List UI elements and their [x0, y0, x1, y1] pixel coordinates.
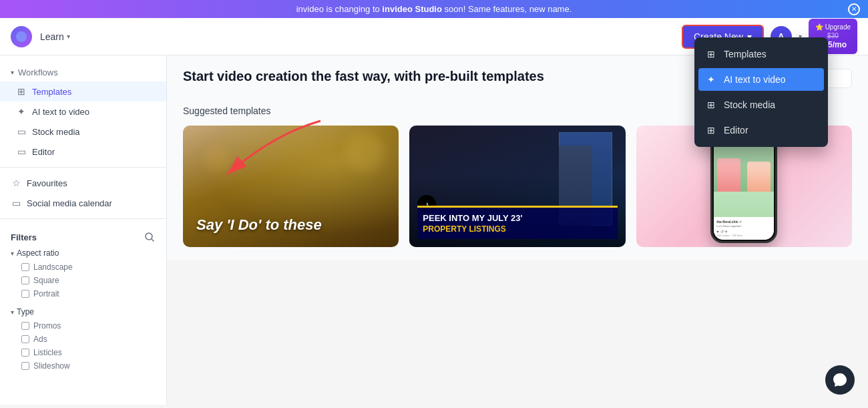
media-icon: ⊞ [705, 99, 717, 111]
chevron-down-icon: ▾ [67, 33, 70, 40]
dropdown-item-stock-media[interactable]: ⊞ Stock media [694, 92, 828, 118]
sidebar-item-social-calendar[interactable]: ▭ Social media calendar [0, 193, 166, 213]
filter-square[interactable]: Square [11, 274, 156, 287]
banner-close-icon[interactable]: ✕ [848, 3, 860, 15]
page-title: Start video creation the fast way, with … [183, 69, 544, 84]
ads-checkbox[interactable] [21, 335, 29, 343]
aspect-ratio-filter: ▾ Aspect ratio Landscape Square Portrait [11, 248, 156, 300]
filter-promos[interactable]: Promos [11, 319, 156, 333]
type-header[interactable]: ▾ Type [11, 307, 156, 317]
sidebar-item-ai-text[interactable]: ✦ AI text to video [0, 101, 166, 122]
filter-listicles[interactable]: Listicles [11, 346, 156, 359]
filter-portrait[interactable]: Portrait [11, 287, 156, 300]
sidebar-item-favourites[interactable]: ☆ Favourites [0, 173, 166, 193]
svg-line-2 [152, 239, 154, 241]
property-text-line2: PROPERTY LISTINGS [423, 224, 612, 234]
sidebar-item-stock-media[interactable]: ▭ Stock media [0, 122, 166, 142]
dropdown-item-ai-text[interactable]: ✦ AI text to video [698, 68, 824, 91]
square-checkbox[interactable] [21, 276, 29, 284]
dropdown-item-editor[interactable]: ⊞ Editor [694, 118, 828, 143]
editor-icon: ▭ [16, 146, 27, 157]
banner-text: invideo is changing to invideo Studio so… [296, 4, 572, 14]
filter-slideshow[interactable]: Slideshow [11, 359, 156, 373]
svg-point-0 [16, 31, 27, 42]
editor-icon: ⊞ [705, 124, 717, 136]
ai-icon: ✦ [705, 73, 717, 85]
filter-ads[interactable]: Ads [11, 333, 156, 346]
sidebar: ▾ Workflows ⊞ Templates ✦ AI text to vid… [0, 55, 167, 405]
dropdown-item-templates[interactable]: ⊞ Templates [694, 41, 828, 67]
learn-button[interactable]: Learn ▾ [40, 31, 70, 42]
grid-icon: ⊞ [16, 86, 27, 97]
chat-button[interactable] [825, 365, 855, 395]
sidebar-item-templates[interactable]: ⊞ Templates [0, 81, 166, 101]
promos-checkbox[interactable] [21, 322, 29, 330]
ai-icon: ✦ [16, 106, 27, 117]
divider [0, 218, 166, 219]
slideshow-checkbox[interactable] [21, 362, 29, 370]
chevron-down-icon: ▾ [11, 309, 14, 316]
aspect-ratio-header[interactable]: ▾ Aspect ratio [11, 248, 156, 258]
announcement-banner: invideo is changing to invideo Studio so… [0, 0, 868, 18]
landscape-checkbox[interactable] [21, 263, 29, 271]
filter-search-icon[interactable] [144, 231, 156, 243]
grid-icon: ⊞ [705, 48, 717, 60]
chevron-down-icon: ▾ [11, 250, 14, 257]
sidebar-item-editor[interactable]: ▭ Editor [0, 142, 166, 162]
chevron-down-icon: ▾ [11, 69, 14, 76]
filters-header: Filters [11, 231, 156, 243]
portrait-checkbox[interactable] [21, 290, 29, 298]
workflows-section[interactable]: ▾ Workflows [0, 63, 166, 81]
card-text-overlay: Say 'I Do' to these [196, 216, 385, 234]
divider [0, 167, 166, 168]
filters-section: Filters ▾ Aspect ratio Landscape [0, 224, 166, 386]
type-filter: ▾ Type Promos Ads Listicles Slides [11, 307, 156, 373]
star-icon: ☆ [11, 178, 21, 188]
logo [11, 26, 32, 47]
media-icon: ▭ [16, 126, 27, 137]
filter-landscape[interactable]: Landscape [11, 260, 156, 274]
calendar-icon: ▭ [11, 198, 21, 208]
template-card-property[interactable]: ♪ PEEK INTO MY JULY 23' PROPERTY LISTING… [409, 126, 625, 247]
create-new-dropdown: ⊞ Templates ✦ AI text to video ⊞ Stock m… [694, 37, 828, 147]
listicles-checkbox[interactable] [21, 349, 29, 357]
template-card-wedding[interactable]: Say 'I Do' to these [183, 126, 399, 247]
property-text-line1: PEEK INTO MY JULY 23' [423, 213, 612, 224]
